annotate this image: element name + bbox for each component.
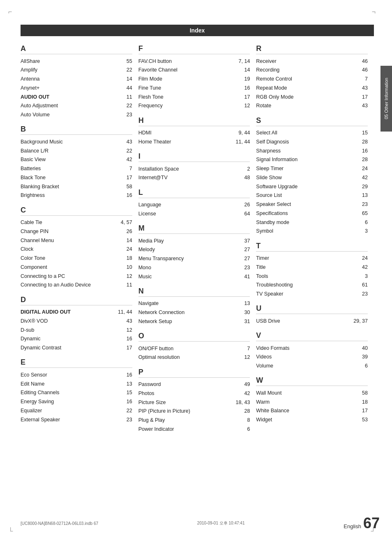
entry-term: Picture Size [138, 399, 166, 407]
list-item: Power Indicator6 [138, 425, 250, 434]
entry-page: 23 [116, 416, 132, 424]
entry-term: Plug & Play [138, 416, 165, 424]
entry-page: 16 [351, 147, 368, 155]
entry-term: ON/OFF button [138, 345, 173, 353]
list-item: Dynamic16 [21, 335, 132, 344]
entry-term: License [138, 210, 156, 218]
list-item: Music41 [138, 272, 250, 281]
list-item: Color Tone18 [21, 254, 132, 263]
list-item: Signal Information28 [256, 155, 368, 164]
entry-term: Volume [256, 362, 273, 370]
list-item: Software Upgrade29 [256, 182, 368, 191]
list-item: Repeat Mode43 [256, 83, 368, 92]
side-tab: 05 Other Information [380, 66, 392, 132]
entry-term: Select All [256, 129, 277, 137]
entry-page: 24 [116, 245, 132, 253]
entry-term: Frequency [138, 102, 163, 110]
list-item: Amplify22 [21, 66, 132, 75]
entry-page: 15 [116, 389, 132, 397]
entry-term: DivX® VOD [21, 317, 48, 325]
entry-term: Flesh Tone [138, 93, 164, 101]
entry-term: Power Indicator [138, 425, 174, 433]
section-O-letter: O [138, 332, 250, 342]
entry-page: 29, 37 [351, 317, 368, 325]
entry-term: Widget [256, 416, 272, 424]
entry-page: 6 [351, 362, 368, 370]
corner-mark-tl: ⌐ [8, 8, 12, 16]
index-title-bar: Index [21, 25, 374, 36]
entry-term: Software Upgrade [256, 183, 297, 191]
entry-page: 14 [233, 66, 250, 74]
entry-page: 41 [233, 273, 250, 281]
side-tab-label: 05 Other Information [384, 78, 389, 120]
list-item: Source List13 [256, 191, 368, 200]
entry-page: 4, 57 [116, 219, 132, 226]
entry-term: Component [21, 263, 47, 271]
entry-page: 16 [233, 84, 250, 92]
list-item: Favorite Channel14 [138, 66, 250, 75]
list-item: Clock24 [21, 245, 132, 254]
entry-page: 3 [351, 227, 368, 235]
entry-page: 18 [116, 254, 132, 262]
entry-page: 23 [116, 111, 132, 119]
list-item: ON/OFF button7 [138, 344, 250, 353]
entry-page: 42 [351, 263, 368, 271]
index-columns: A AllShare55 Amplify22 Antenna14 Anynet+… [21, 44, 374, 434]
entry-term: D-sub [21, 326, 34, 334]
entry-term: Language [138, 201, 161, 209]
entry-page: 22 [116, 147, 132, 155]
entry-page: 44 [116, 84, 132, 92]
entry-term: Fine Tune [138, 84, 161, 92]
list-item: Brightness16 [21, 191, 132, 200]
entry-term: Dynamic [21, 335, 41, 343]
list-item: Batteries7 [21, 164, 132, 173]
entry-term: Equalizer [21, 407, 42, 415]
entry-page: 46 [351, 58, 368, 65]
entry-term: Network Connection [138, 309, 185, 317]
list-item: Component10 [21, 263, 132, 272]
entry-page: 27 [233, 246, 250, 254]
list-item: Dynamic Contrast17 [21, 344, 132, 353]
list-item: Energy Saving16 [21, 397, 132, 407]
list-item: Channel Menu14 [21, 236, 132, 245]
list-item: Password49 [138, 380, 250, 389]
list-item: Photos42 [138, 389, 250, 398]
entry-term: Antenna [21, 75, 40, 83]
list-item: Wall Mount58 [256, 388, 368, 397]
entry-term: Mono [138, 264, 151, 272]
entry-page: 22 [116, 66, 132, 74]
entry-page: 28 [351, 156, 368, 164]
entry-term: Dynamic Contrast [21, 344, 61, 352]
entry-term: Source List [256, 192, 282, 199]
entry-page: 16 [116, 371, 132, 379]
entry-page: 7 [233, 345, 250, 353]
entry-term: Photos [138, 390, 154, 397]
list-item: Receiver46 [256, 57, 368, 66]
list-item: PIP (Picture in Picture)28 [138, 407, 250, 416]
entry-term: Melody [138, 246, 155, 254]
list-item: Self Diagnosis28 [256, 137, 368, 146]
list-item: Optimal resolution12 [138, 353, 250, 362]
entry-term: Sleep Timer [256, 165, 284, 173]
list-item: DIGITAL AUDIO OUT11, 44 [21, 308, 132, 317]
entry-page: 42 [351, 174, 368, 182]
entry-page: 11 [116, 93, 132, 101]
entry-page: 18, 43 [233, 399, 250, 407]
list-item: Widget53 [256, 416, 368, 425]
entry-page: 46 [351, 66, 368, 74]
entry-term: Installation Space [138, 165, 179, 173]
entry-page: 24 [351, 165, 368, 173]
list-item: RGB Only Mode17 [256, 92, 368, 102]
section-S-letter: S [256, 116, 368, 126]
list-item: USB Drive29, 37 [256, 317, 368, 326]
list-item: Network Connection30 [138, 308, 250, 317]
entry-term: TV Speaker [256, 290, 283, 298]
section-N-letter: N [138, 287, 250, 297]
entry-term: PIP (Picture in Picture) [138, 407, 190, 415]
section-F-letter: F [138, 44, 250, 54]
list-item: Eco Sensor16 [21, 370, 132, 379]
entry-page: 48 [233, 174, 250, 182]
entry-page: 16 [116, 335, 132, 343]
list-item: Speaker Select23 [256, 200, 368, 209]
entry-page: 17 [351, 93, 368, 101]
